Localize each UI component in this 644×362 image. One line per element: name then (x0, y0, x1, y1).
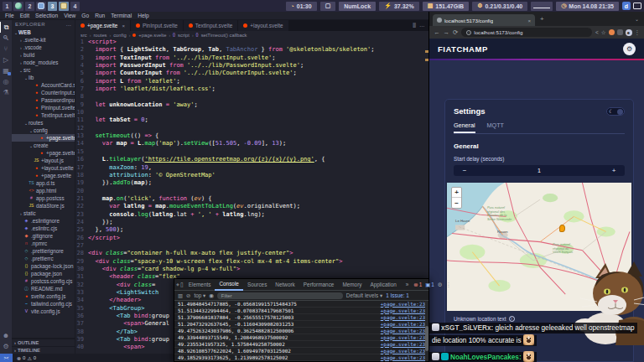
share-icon[interactable]: < (595, 29, 599, 35)
tree-item--svelte-kit[interactable]: ›.svelte-kit (12, 36, 75, 44)
browser-tab[interactable]: localhost:5173/config × (433, 14, 535, 26)
devtools-tab-network[interactable]: Network (271, 279, 299, 291)
profile-avatar[interactable]: ☻ (626, 29, 632, 36)
extension-icon-orange[interactable] (609, 29, 615, 35)
devtools-tab-elements[interactable]: Elements (184, 279, 216, 291)
tree-item-passwordinput-sv-[interactable]: ●PasswordInput.sv... (12, 96, 75, 104)
extensions-icon[interactable]: ▦ (0, 65, 12, 76)
explorer-icon[interactable]: ⧉ (0, 22, 12, 33)
menu-item-view[interactable]: View (64, 13, 75, 18)
console-filter-input[interactable]: Filter (217, 292, 343, 299)
source-control-icon[interactable]: ⑂ (0, 44, 12, 54)
workspace-button[interactable]: 1 (3, 2, 12, 11)
reload-icon[interactable]: ⟳ (453, 28, 458, 36)
menu-item-file[interactable]: File (5, 13, 14, 18)
issues-counter[interactable]: 1 Issue: 1 (386, 292, 409, 298)
tray-app-icon[interactable]: d (622, 2, 631, 10)
devtools-tab-sources[interactable]: Sources (243, 279, 271, 291)
menu-item-go[interactable]: Go (81, 13, 89, 18)
tree-item--eslintignore[interactable]: ◈.eslintignore (12, 217, 75, 225)
log-source-link[interactable]: +page.svelte:23 (381, 342, 425, 347)
run-debug-icon[interactable]: ▷ (0, 54, 12, 65)
devtools-tab-performance[interactable]: Performance (299, 279, 339, 291)
log-source-link[interactable]: +page.svelte:23 (381, 315, 425, 320)
tree-item-textinput-svelte[interactable]: ●TextInput.svelte (12, 111, 75, 119)
tree-item-readme-md[interactable]: ⓘREADME.md (12, 285, 75, 292)
tree-item-build[interactable]: ›build (12, 51, 75, 59)
site-info-icon[interactable]: i (466, 30, 471, 35)
menu-item-run[interactable]: Run (95, 13, 105, 18)
log-source-link[interactable]: +page.svelte:23 (381, 355, 425, 360)
tree-item--prettierignore[interactable]: ◇.prettierignore (12, 247, 75, 255)
tree-item-web[interactable]: ⌄WEB (12, 28, 75, 36)
chat-username[interactable]: NoahLovesPancakes: (450, 354, 522, 361)
device-toolbar-icon[interactable]: ▯ (180, 282, 184, 288)
info-icon[interactable]: i (509, 316, 515, 322)
tree-item-lib[interactable]: ⌄lib (12, 74, 75, 81)
tree-item--prettierrc[interactable]: ◇.prettierrc (12, 255, 75, 262)
log-source-link[interactable]: +page.svelte:23 (381, 335, 425, 340)
tree-item-src[interactable]: ⌄src (12, 66, 75, 74)
devtools-scrollbar[interactable] (425, 301, 428, 361)
zoom-out-button[interactable]: − (452, 198, 461, 208)
editor-tab[interactable]: TextInput.svelte (184, 20, 238, 31)
bookmark-star-icon[interactable]: ☆ (601, 29, 606, 36)
log-source-link[interactable]: +page.svelte:23 (381, 322, 425, 327)
workspace-switcher[interactable]: 1234 (3, 2, 80, 11)
tree-item-package-lock-json[interactable]: {}package-lock.json (12, 262, 75, 270)
workspace-button[interactable]: 4 (70, 2, 80, 11)
settings-tab-mqtt[interactable]: MQTT (487, 122, 504, 133)
tree-item-package-json[interactable]: {}package.json (12, 270, 75, 277)
log-source-link[interactable]: +page.svelte:23 (381, 302, 425, 307)
breadcrumb-item[interactable]: config (113, 33, 126, 38)
log-source-link[interactable]: +page.svelte:23 (381, 328, 425, 334)
devtools-tab-console[interactable]: Console (215, 279, 242, 291)
context-selector[interactable]: top ▾ (194, 292, 205, 299)
map-marker[interactable] (559, 225, 565, 232)
devtools-tab-application[interactable]: Application (366, 279, 401, 291)
menu-item-selection[interactable]: Selection (35, 13, 58, 18)
devtools-settings-icon[interactable]: ⚙ (438, 282, 443, 288)
settings-tab-general[interactable]: General (454, 122, 475, 133)
counter-increment-button[interactable]: + (603, 165, 625, 176)
chat-username[interactable]: xSGT_SiLVERx: (441, 324, 493, 332)
breadcrumb[interactable]: src›routes›config›+page.svelte›{}script›… (75, 31, 428, 39)
remote-indicator[interactable]: >< (0, 354, 13, 362)
tree-item--npmrc[interactable]: n.npmrc (12, 240, 75, 247)
zoom-in-button[interactable]: + (452, 188, 461, 198)
tree-item-postcss-config-cjs[interactable]: #postcss.config.cjs (12, 277, 75, 285)
devtools-tab-memory[interactable]: Memory (338, 279, 366, 291)
tree-item-node-modules[interactable]: ›node_modules (12, 59, 75, 66)
log-source-link[interactable]: +page.svelte:23 (381, 349, 425, 354)
tree-item-static[interactable]: ›static (12, 209, 75, 217)
breadcrumb-item[interactable]: +page.svelte (138, 33, 166, 38)
tree-item-vite-config-js[interactable]: Vvite.config.js (12, 308, 75, 315)
remote-explorer-icon[interactable]: ◎ (0, 76, 12, 87)
tree-item--layout-svelte[interactable]: ●+layout.svelte (12, 164, 75, 172)
tree-item-config[interactable]: ⌄config (12, 127, 75, 134)
tree-item--gitignore[interactable]: ◆.gitignore (12, 232, 75, 240)
tree-item-app-d-ts[interactable]: TSapp.d.ts (12, 179, 75, 187)
explorer-more-icon[interactable]: ⋯ (66, 22, 71, 28)
workspace-notes-icon[interactable] (59, 2, 69, 11)
accounts-icon[interactable]: ☻ (0, 330, 12, 341)
tray-display-icon[interactable] (633, 3, 641, 9)
workspace-button[interactable]: 3 (48, 2, 57, 11)
tree-item-app-html[interactable]: <>app.html (12, 187, 75, 194)
devtools-menu-icon[interactable]: ⋮ (446, 282, 451, 288)
forward-icon[interactable]: → (444, 28, 450, 36)
back-icon[interactable]: ← (434, 28, 440, 36)
tab-close-icon[interactable]: × (122, 23, 125, 28)
testing-icon[interactable]: ⚗ (0, 87, 12, 98)
tree-item--page-svelte[interactable]: ●+page.svelte (12, 134, 75, 142)
console-sidebar-icon[interactable]: ▥ (178, 292, 183, 299)
tree-item-pininput-svelte[interactable]: ●PinInput.svelte (12, 104, 75, 111)
extension-icon-dark[interactable] (617, 29, 623, 35)
tree-item--page-svelte[interactable]: ●+page.svelte (12, 149, 75, 157)
sidebar-panel-outline[interactable]: ›OUTLINE (12, 339, 75, 346)
more-tabs-icon[interactable]: » (402, 279, 413, 291)
inspect-element-icon[interactable]: ⌖ (176, 282, 179, 288)
browser-menu-icon[interactable]: ⋮ (635, 29, 641, 36)
eye-icon[interactable]: ◉ (209, 292, 214, 299)
split-editor-icon[interactable]: ⫿⫿ (413, 23, 416, 28)
